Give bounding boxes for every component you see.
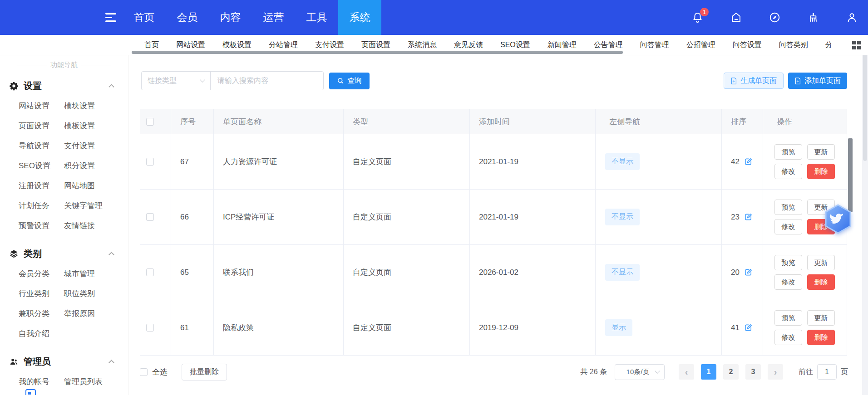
edit-button[interactable]: 修改: [774, 164, 802, 179]
nav-item[interactable]: 系统: [338, 0, 381, 35]
sidebar-item[interactable]: 自我介绍: [19, 323, 64, 343]
sidebar-item[interactable]: 兼职分类: [19, 303, 64, 323]
update-button[interactable]: 更新: [807, 144, 835, 160]
sidebar-item[interactable]: 支付设置: [64, 136, 128, 156]
tab-item[interactable]: 公招管理: [686, 40, 715, 50]
sidebar-item[interactable]: 积分设置: [64, 156, 128, 176]
preview-button[interactable]: 预览: [774, 200, 802, 215]
sidebar-item[interactable]: 计划任务: [19, 195, 64, 215]
sidebar-item[interactable]: 管理员类型: [64, 391, 128, 395]
header-checkbox[interactable]: [146, 118, 154, 126]
add-page-button[interactable]: 添加单页面: [788, 73, 847, 89]
tab-item[interactable]: 页面设置: [361, 40, 390, 50]
sort-value: 20: [731, 268, 740, 277]
thunder-bird-widget[interactable]: [823, 204, 853, 234]
delete-button[interactable]: 删除: [807, 164, 835, 179]
compass-icon[interactable]: [769, 11, 781, 24]
sidebar-item[interactable]: 预警设置: [19, 215, 64, 235]
tab-item[interactable]: 首页: [144, 40, 159, 50]
tab-item[interactable]: 模板设置: [222, 40, 252, 50]
goto-page-input[interactable]: [817, 364, 837, 380]
tab-item[interactable]: 新闻管理: [547, 40, 577, 50]
batch-delete-button[interactable]: 批量删除: [182, 364, 227, 380]
link-type-select[interactable]: 链接类型: [142, 72, 211, 90]
hamburger-menu-icon[interactable]: [105, 13, 117, 22]
sidebar-item[interactable]: 我的帐号: [19, 371, 64, 391]
sidebar-item[interactable]: 页面设置: [19, 116, 64, 136]
pagination-prev-button[interactable]: ‹: [679, 364, 694, 380]
preview-button[interactable]: 预览: [774, 310, 802, 326]
table-scrollbar-thumb[interactable]: [848, 138, 853, 212]
delete-button[interactable]: 删除: [807, 274, 835, 290]
tab-item[interactable]: 问答设置: [733, 40, 762, 50]
sidebar-item[interactable]: 模板设置: [64, 116, 128, 136]
sidebar-item[interactable]: 模块设置: [64, 96, 128, 116]
page-size-select[interactable]: 10条/页: [615, 364, 665, 380]
sort-edit-icon[interactable]: [744, 212, 753, 222]
sort-edit-icon[interactable]: [744, 157, 753, 166]
tab-item[interactable]: 系统消息: [408, 40, 437, 50]
sidebar-item[interactable]: 管理员列表: [64, 371, 128, 391]
sidebar-section-header[interactable]: 设置: [9, 78, 128, 93]
sidebar-item[interactable]: 注册设置: [19, 176, 64, 195]
update-button[interactable]: 更新: [807, 255, 835, 270]
generate-page-button[interactable]: 生成单页面: [724, 73, 784, 89]
nav-item[interactable]: 工具: [295, 0, 338, 35]
sidebar-section-header[interactable]: 类别: [9, 246, 128, 261]
tabs-scrollbar-thumb[interactable]: [132, 51, 623, 54]
edit-button[interactable]: 修改: [774, 274, 802, 290]
row-checkbox[interactable]: [146, 324, 154, 332]
sidebar-item[interactable]: 关键字管理: [64, 195, 128, 215]
sidebar-item[interactable]: 举报原因: [64, 303, 128, 323]
row-checkbox[interactable]: [146, 213, 154, 221]
grid-menu-icon[interactable]: [852, 41, 861, 49]
nav-item[interactable]: 首页: [123, 0, 166, 35]
pagination-page-button[interactable]: 1: [701, 364, 716, 380]
bell-icon[interactable]: 1: [691, 11, 704, 24]
home-icon[interactable]: [730, 11, 742, 24]
tab-item[interactable]: SEO设置: [500, 40, 530, 50]
sidebar-item[interactable]: 网站设置: [19, 96, 64, 116]
pagination-page-button[interactable]: 3: [745, 364, 761, 380]
tab-item[interactable]: 公告管理: [594, 40, 623, 50]
nav-item[interactable]: 运营: [252, 0, 295, 35]
nav-item[interactable]: 会员: [166, 0, 209, 35]
delete-button[interactable]: 删除: [807, 330, 835, 345]
pagination-page-button[interactable]: 2: [723, 364, 739, 380]
edit-button[interactable]: 修改: [774, 219, 802, 234]
edit-button[interactable]: 修改: [774, 330, 802, 345]
sidebar: 功能导航 设置 网站设置模块设置页面设置模板设置导航设置支付设置SEO设置积分设…: [0, 55, 128, 395]
broom-icon[interactable]: [807, 11, 819, 24]
tab-item[interactable]: 意见反馈: [454, 40, 483, 50]
sidebar-item[interactable]: 导航设置: [19, 136, 64, 156]
search-icon: [337, 77, 344, 84]
row-checkbox[interactable]: [146, 268, 154, 276]
sidebar-item[interactable]: 友情链接: [64, 215, 128, 235]
user-icon[interactable]: [846, 11, 858, 24]
tab-item[interactable]: 网站设置: [176, 40, 205, 50]
sidebar-item[interactable]: 职位类别: [64, 283, 128, 303]
sidebar-item[interactable]: 网站地图: [64, 176, 128, 195]
tab-item[interactable]: 问答管理: [640, 40, 669, 50]
row-checkbox[interactable]: [146, 158, 154, 166]
select-all-checkbox[interactable]: [140, 368, 148, 376]
update-button[interactable]: 更新: [807, 310, 835, 326]
search-button[interactable]: 查询: [329, 73, 370, 89]
sidebar-item[interactable]: 行业类别: [19, 283, 64, 303]
search-input[interactable]: [211, 72, 323, 90]
nav-item[interactable]: 内容: [209, 0, 252, 35]
pagination-next-button[interactable]: ›: [768, 364, 783, 380]
sort-edit-icon[interactable]: [744, 268, 753, 277]
tab-item[interactable]: 问答类别: [779, 40, 808, 50]
preview-button[interactable]: 预览: [774, 255, 802, 270]
page-scrollbar[interactable]: [862, 35, 868, 395]
sidebar-item[interactable]: 会员分类: [19, 263, 64, 283]
tab-item[interactable]: 支付设置: [315, 40, 344, 50]
sidebar-item[interactable]: SEO设置: [19, 156, 64, 176]
sidebar-section-header[interactable]: 管理员: [9, 354, 128, 369]
sidebar-item[interactable]: 城市管理: [64, 263, 128, 283]
tab-item-truncated[interactable]: 分: [825, 40, 831, 50]
sort-edit-icon[interactable]: [744, 323, 753, 332]
preview-button[interactable]: 预览: [774, 144, 802, 160]
tab-item[interactable]: 分站管理: [269, 40, 298, 50]
